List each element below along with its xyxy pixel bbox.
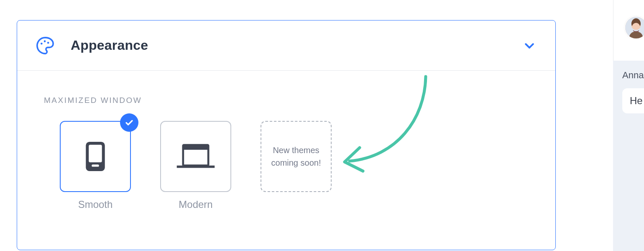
svg-rect-4	[89, 145, 102, 162]
theme-options-row: Smooth Modern New themes coming soon!	[44, 121, 529, 210]
svg-rect-8	[177, 166, 215, 168]
appearance-title: Appearance	[71, 38, 148, 53]
svg-point-1	[44, 40, 46, 42]
preview-body: Anna He	[613, 61, 644, 251]
theme-tile-modern	[160, 121, 231, 192]
check-icon	[120, 113, 138, 132]
appearance-body: MAXIMIZED WINDOW Smooth	[17, 71, 555, 210]
palette-icon	[36, 36, 55, 55]
svg-rect-5	[92, 164, 99, 166]
theme-label-modern: Modern	[179, 199, 212, 210]
theme-option-modern[interactable]: Modern	[160, 121, 231, 210]
chevron-down-icon[interactable]	[523, 39, 536, 52]
svg-rect-7	[183, 145, 208, 150]
svg-point-0	[41, 42, 43, 44]
theme-tile-smooth	[60, 121, 131, 192]
preview-name: Anna	[622, 70, 644, 81]
appearance-header[interactable]: Appearance	[17, 20, 555, 71]
appearance-card: Appearance MAXIMIZED WINDOW	[17, 20, 556, 250]
theme-option-smooth[interactable]: Smooth	[60, 121, 131, 210]
section-label-maximized-window: MAXIMIZED WINDOW	[44, 96, 529, 105]
preview-message: He	[622, 88, 644, 113]
svg-point-2	[47, 41, 49, 44]
theme-option-placeholder: New themes coming soon!	[261, 121, 332, 192]
avatar	[624, 16, 644, 39]
themes-placeholder: New themes coming soon!	[261, 121, 332, 192]
theme-label-smooth: Smooth	[78, 199, 113, 210]
